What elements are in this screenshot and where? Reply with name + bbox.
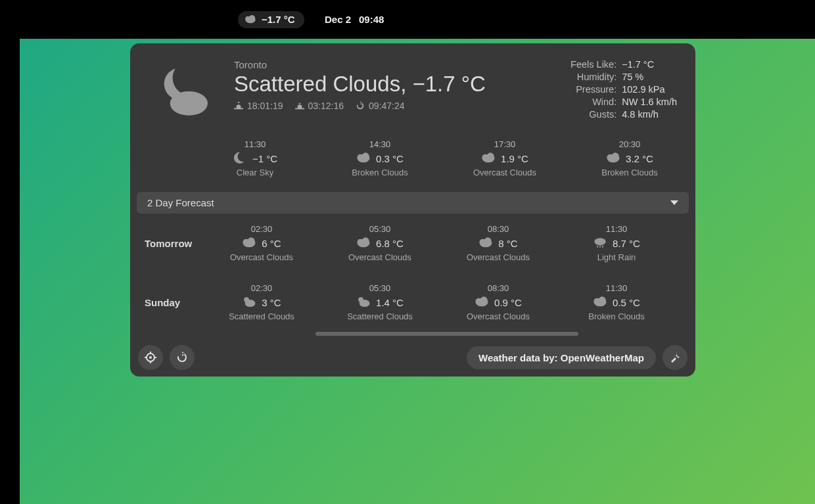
cell-temp: 8.7 °C: [613, 238, 640, 249]
topbar-time: 09:48: [359, 14, 384, 25]
forecast-cell: 11:300.5 °CBroken Clouds: [577, 283, 656, 321]
cell-temp: −1 °C: [252, 153, 277, 164]
cell-temp: 0.9 °C: [494, 297, 522, 308]
cell-temp: 0.5 °C: [613, 297, 640, 308]
locate-button[interactable]: [138, 345, 163, 370]
day-label: Tomorrow: [137, 238, 216, 249]
wind-label: Wind:: [570, 97, 617, 107]
cell-condition: Overcast Clouds: [473, 168, 536, 177]
cloud-icon: [356, 236, 371, 250]
current-stats: Feels Like:−1.7 °C Humidity:75 % Pressur…: [570, 59, 677, 122]
forecast-dropdown-label: 2 Day Forecast: [147, 197, 214, 208]
cell-time: 05:30: [369, 224, 391, 234]
hourly-cell: 14:300.3 °CBroken Clouds: [340, 139, 419, 177]
cell-time: 02:30: [251, 283, 273, 293]
humidity-label: Humidity:: [570, 72, 617, 82]
forecast-cell: 02:303 °CScattered Clouds: [222, 283, 301, 321]
cell-temp: 1.9 °C: [501, 153, 528, 164]
cell-temp: 0.3 °C: [376, 153, 404, 164]
current-condition-icon: [149, 59, 214, 122]
gusts-value: 4.8 km/h: [622, 109, 677, 120]
current-headline: Scattered Clouds, −1.7 °C: [234, 72, 551, 97]
cell-condition: Light Rain: [597, 252, 636, 262]
sunrise-icon: [295, 101, 304, 110]
topbar-weather-pill[interactable]: −1.7 °C: [238, 11, 304, 28]
scrollbar-thumb[interactable]: [315, 332, 578, 336]
forecast-cell: 05:301.4 °CScattered Clouds: [340, 283, 419, 321]
hourly-cell: 17:301.9 °COvercast Clouds: [465, 139, 544, 177]
forecast-cell: 08:308 °COvercast Clouds: [459, 224, 538, 262]
cell-condition: Overcast Clouds: [230, 252, 293, 262]
chevron-down-icon: [670, 200, 678, 205]
top-bar: −1.7 °C Dec 2 09:48: [0, 0, 815, 39]
cell-condition: Overcast Clouds: [348, 252, 411, 262]
cell-temp: 6.8 °C: [376, 238, 404, 249]
cloud-icon: [475, 295, 489, 309]
gusts-label: Gusts:: [570, 109, 617, 120]
topbar-date: Dec 2: [325, 14, 351, 25]
cell-condition: Scattered Clouds: [229, 311, 294, 321]
cell-temp: 3.2 °C: [626, 153, 653, 164]
partly-cloudy-night-icon: [244, 14, 256, 26]
cell-time: 11:30: [606, 283, 628, 293]
cell-condition: Overcast Clouds: [467, 311, 530, 321]
cell-condition: Broken Clouds: [601, 168, 657, 177]
day-row: Sunday02:303 °CScattered Clouds05:301.4 …: [130, 273, 695, 332]
cell-temp: 8 °C: [498, 238, 517, 249]
cell-time: 02:30: [251, 224, 273, 234]
wind-value: NW 1.6 km/h: [622, 97, 677, 107]
humidity-value: 75 %: [622, 72, 677, 82]
pressure-label: Pressure:: [570, 84, 617, 95]
cloud-icon: [356, 151, 371, 166]
cloud-icon: [481, 151, 496, 166]
refresh-icon: [356, 101, 365, 110]
cell-time: 20:30: [619, 139, 641, 149]
refresh-button[interactable]: [170, 345, 195, 370]
feels-like-value: −1.7 °C: [622, 59, 677, 70]
sunset-icon: [234, 101, 243, 110]
forecast-cell: 11:308.7 °CLight Rain: [577, 224, 656, 262]
cloud-icon: [593, 295, 607, 309]
cell-time: 08:30: [488, 224, 509, 234]
cloud-icon: [242, 236, 256, 250]
cell-condition: Broken Clouds: [588, 311, 644, 321]
hourly-forecast-row: 11:30−1 °CClear Sky14:300.3 °CBroken Clo…: [130, 134, 695, 192]
multi-day-forecast: Tomorrow02:306 °COvercast Clouds05:306.8…: [130, 214, 695, 332]
cell-time: 11:30: [244, 139, 266, 149]
updated-time: 09:47:24: [369, 101, 405, 111]
location-label: Toronto: [234, 59, 551, 70]
feels-like-label: Feels Like:: [570, 59, 617, 70]
sun-cloud-icon: [356, 295, 371, 309]
forecast-cell: 05:306.8 °COvercast Clouds: [340, 224, 419, 262]
settings-button[interactable]: [663, 345, 687, 370]
weather-panel: Toronto Scattered Clouds, −1.7 °C 18:01:…: [130, 43, 695, 377]
topbar-clock[interactable]: Dec 2 09:48: [325, 14, 384, 25]
day-label: Sunday: [137, 297, 216, 308]
cell-time: 11:30: [606, 224, 628, 234]
cell-temp: 6 °C: [262, 238, 281, 249]
rain-icon: [593, 236, 607, 250]
cell-condition: Scattered Clouds: [347, 311, 413, 321]
horizontal-scrollbar[interactable]: [138, 332, 687, 336]
hourly-cell: 11:30−1 °CClear Sky: [216, 139, 294, 177]
topbar-temp: −1.7 °C: [262, 14, 295, 25]
cell-condition: Clear Sky: [237, 168, 273, 177]
forecast-cell: 08:300.9 °COvercast Clouds: [459, 283, 538, 321]
moon-icon: [233, 151, 247, 166]
cell-time: 17:30: [494, 139, 516, 149]
forecast-cell: 02:306 °COvercast Clouds: [222, 224, 301, 262]
cell-condition: Broken Clouds: [352, 168, 408, 177]
cloud-icon: [606, 151, 620, 166]
sunset-time: 18:01:19: [247, 101, 283, 111]
sun-times-row: 18:01:19 03:12:16 09:47:24: [234, 101, 551, 111]
cell-temp: 3 °C: [262, 297, 281, 308]
attribution-link[interactable]: Weather data by: OpenWeatherMap: [467, 346, 656, 369]
cell-temp: 1.4 °C: [376, 297, 404, 308]
forecast-dropdown[interactable]: 2 Day Forecast: [137, 192, 689, 214]
cell-time: 05:30: [369, 283, 391, 293]
sunrise-time: 03:12:16: [308, 101, 344, 111]
pressure-value: 102.9 kPa: [622, 84, 677, 95]
cell-time: 14:30: [369, 139, 391, 149]
cell-condition: Overcast Clouds: [467, 252, 530, 262]
cloud-icon: [478, 236, 493, 250]
